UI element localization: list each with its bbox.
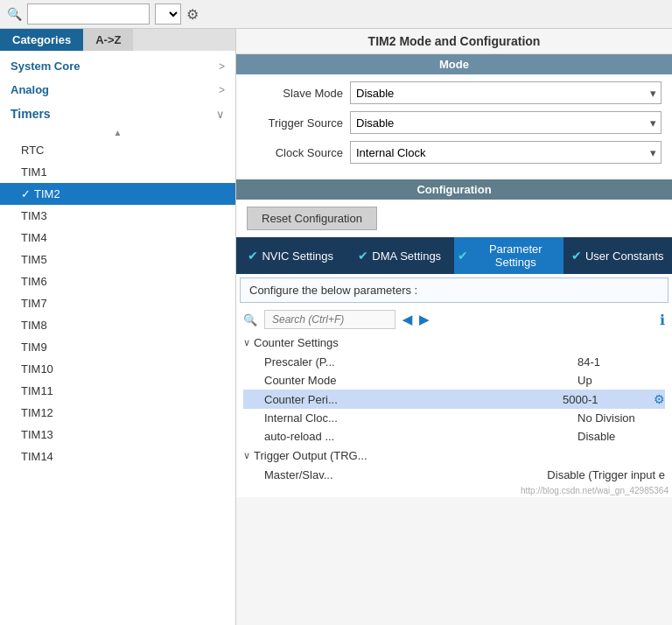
- config-hint: Configure the below parameters :: [240, 277, 668, 303]
- nav-prev-button[interactable]: ◀: [402, 312, 412, 327]
- sidebar-section-analog[interactable]: Analog >: [0, 78, 235, 102]
- sidebar-item-tim14[interactable]: TIM14: [0, 446, 235, 467]
- timers-arrow: ∨: [216, 108, 225, 121]
- config-header: Configuration: [236, 179, 672, 200]
- prescaler-value: 84-1: [578, 355, 665, 369]
- sidebar: Categories A->Z System Core > Analog > T…: [0, 29, 236, 625]
- sidebar-item-tim11[interactable]: TIM11: [0, 380, 235, 402]
- analog-label: Analog: [10, 83, 49, 96]
- user-check-icon: ✔: [571, 249, 582, 263]
- param-master-slave: Master/Slav... Disable (Trigger input e: [243, 466, 665, 484]
- param-list: ∨ Counter Settings Prescaler (P... 84-1 …: [236, 333, 672, 484]
- search-icon: 🔍: [7, 7, 22, 21]
- timers-label: Timers: [10, 107, 51, 121]
- param-group-trigger-output[interactable]: ∨ Trigger Output (TRG...: [243, 446, 665, 466]
- sidebar-item-tim7[interactable]: TIM7: [0, 292, 235, 314]
- config-tabs: ✔ NVIC Settings ✔ DMA Settings ✔ Paramet…: [236, 237, 672, 274]
- gear-icon[interactable]: ⚙: [186, 6, 199, 23]
- tim2-check: ✓: [21, 187, 31, 200]
- prescaler-name: Prescaler (P...: [264, 355, 578, 369]
- main-layout: Categories A->Z System Core > Analog > T…: [0, 29, 672, 625]
- counter-settings-chevron: ∨: [243, 337, 250, 348]
- search-row: 🔍 ◀ ▶ ℹ: [236, 306, 672, 333]
- info-icon[interactable]: ℹ: [660, 312, 665, 328]
- tab-nvic-settings[interactable]: ✔ NVIC Settings: [236, 237, 346, 274]
- auto-reload-value: Disable: [578, 430, 665, 443]
- system-core-label: System Core: [10, 60, 80, 73]
- slave-mode-row: Slave Mode Disable Reset Mode Gated Mode: [247, 81, 662, 104]
- param-search-icon: 🔍: [243, 313, 257, 327]
- sidebar-section-system-core[interactable]: System Core >: [0, 54, 235, 78]
- param-auto-reload: auto-reload ... Disable: [243, 427, 665, 446]
- mode-section: Mode Slave Mode Disable Reset Mode Gated…: [236, 54, 672, 178]
- param-prescaler: Prescaler (P... 84-1: [243, 353, 665, 371]
- mode-header: Mode: [236, 54, 672, 74]
- sidebar-item-tim9[interactable]: TIM9: [0, 336, 235, 358]
- sidebar-item-tim6[interactable]: TIM6: [0, 270, 235, 292]
- sidebar-tabs: Categories A->Z: [0, 29, 235, 51]
- clock-source-select-wrapper[interactable]: Internal Clock Disable External Clock: [350, 141, 662, 164]
- top-bar: 🔍 ⚙: [0, 0, 672, 29]
- param-check-icon: ✔: [458, 249, 468, 263]
- tab-az[interactable]: A->Z: [83, 29, 133, 51]
- search-input[interactable]: [27, 4, 150, 25]
- system-core-arrow: >: [219, 60, 225, 73]
- scroll-up-arrow[interactable]: ▲: [0, 126, 235, 139]
- sidebar-item-tim4[interactable]: TIM4: [0, 227, 235, 249]
- param-group-counter-settings[interactable]: ∨ Counter Settings: [243, 333, 665, 353]
- sidebar-item-tim8[interactable]: TIM8: [0, 314, 235, 336]
- reset-config-button[interactable]: Reset Configuration: [247, 207, 377, 230]
- clock-source-row: Clock Source Internal Clock Disable Exte…: [247, 141, 662, 164]
- params-area: Configure the below parameters : 🔍 ◀ ▶ ℹ…: [236, 274, 672, 497]
- mode-rows: Slave Mode Disable Reset Mode Gated Mode…: [236, 74, 672, 178]
- nav-next-button[interactable]: ▶: [419, 312, 429, 327]
- param-counter-mode: Counter Mode Up: [243, 371, 665, 390]
- tab-parameter-settings[interactable]: ✔ Parameter Settings: [454, 237, 564, 274]
- slave-mode-select[interactable]: Disable Reset Mode Gated Mode: [350, 81, 662, 104]
- param-internal-clock: Internal Cloc... No Division: [243, 409, 665, 427]
- clock-source-select[interactable]: Internal Clock Disable External Clock: [350, 141, 662, 164]
- counter-period-value: 5000-1: [563, 393, 650, 406]
- tab-user-constants[interactable]: ✔ User Constants: [564, 237, 673, 274]
- sidebar-section-timers[interactable]: Timers ∨: [0, 102, 235, 126]
- sidebar-item-tim13[interactable]: TIM13: [0, 424, 235, 446]
- internal-clock-value: No Division: [578, 411, 665, 425]
- counter-mode-name: Counter Mode: [264, 374, 578, 387]
- config-section: Configuration Reset Configuration ✔ NVIC…: [236, 179, 672, 497]
- sidebar-item-tim1[interactable]: TIM1: [0, 161, 235, 183]
- trigger-source-select[interactable]: Disable ITR0: [350, 111, 662, 134]
- param-search-input[interactable]: [264, 310, 396, 329]
- sidebar-item-tim5[interactable]: TIM5: [0, 249, 235, 270]
- dma-check-icon: ✔: [358, 249, 368, 263]
- sidebar-item-tim2[interactable]: ✓TIM2: [0, 183, 235, 205]
- slave-mode-select-wrapper[interactable]: Disable Reset Mode Gated Mode: [350, 81, 662, 104]
- tab-dma-settings[interactable]: ✔ DMA Settings: [346, 237, 455, 274]
- trigger-source-row: Trigger Source Disable ITR0: [247, 111, 662, 134]
- param-counter-period: Counter Peri... 5000-1 ⚙: [243, 390, 665, 409]
- panel-title: TIM2 Mode and Configuration: [236, 29, 672, 54]
- tab-categories[interactable]: Categories: [0, 29, 83, 51]
- right-panel: TIM2 Mode and Configuration Mode Slave M…: [236, 29, 672, 625]
- sidebar-item-tim12[interactable]: TIM12: [0, 402, 235, 424]
- master-slave-name: Master/Slav...: [264, 468, 547, 481]
- trigger-source-select-wrapper[interactable]: Disable ITR0: [350, 111, 662, 134]
- auto-reload-name: auto-reload ...: [264, 430, 578, 443]
- search-dropdown[interactable]: [155, 4, 181, 25]
- counter-period-name: Counter Peri...: [264, 393, 563, 406]
- sidebar-content: System Core > Analog > Timers ∨ ▲ RTC TI…: [0, 51, 235, 625]
- sidebar-item-rtc[interactable]: RTC: [0, 139, 235, 161]
- sidebar-item-tim3[interactable]: TIM3: [0, 205, 235, 227]
- internal-clock-name: Internal Cloc...: [264, 411, 578, 425]
- slave-mode-label: Slave Mode: [247, 87, 343, 100]
- trigger-output-chevron: ∨: [243, 450, 250, 461]
- nvic-check-icon: ✔: [248, 249, 258, 263]
- trigger-source-label: Trigger Source: [247, 116, 343, 130]
- counter-mode-value: Up: [578, 374, 665, 387]
- master-slave-value: Disable (Trigger input e: [547, 468, 665, 481]
- watermark: http://blog.csdn.net/wai_gn_42985364: [236, 484, 672, 497]
- counter-period-gear-icon[interactable]: ⚙: [654, 392, 665, 406]
- clock-source-label: Clock Source: [247, 146, 343, 159]
- sidebar-item-tim10[interactable]: TIM10: [0, 358, 235, 380]
- analog-arrow: >: [219, 84, 225, 96]
